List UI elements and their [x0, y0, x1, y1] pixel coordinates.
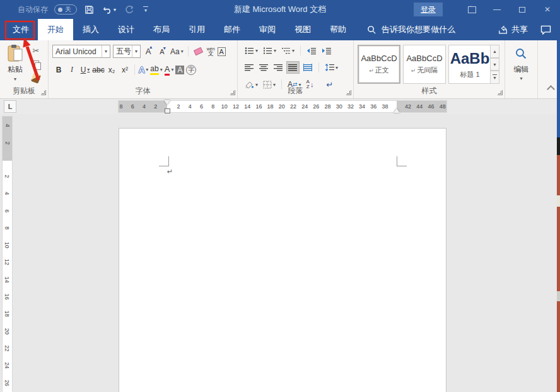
tab-review[interactable]: 审阅 [250, 19, 285, 40]
justify-button[interactable] [286, 61, 300, 74]
decrease-indent-icon [306, 47, 317, 55]
sign-in-button[interactable]: 登录 [414, 3, 443, 16]
editing-dropdown-arrow[interactable]: ▾ [505, 76, 537, 81]
paste-icon [6, 44, 24, 63]
font-name-combo[interactable]: Arial Unicod ▾ [52, 45, 110, 58]
right-indent-marker[interactable] [394, 108, 400, 113]
ribbon-display-options-button[interactable] [459, 0, 484, 19]
tab-view[interactable]: 视图 [285, 19, 320, 40]
bullets-button[interactable] [243, 44, 260, 57]
tab-help[interactable]: 帮助 [320, 19, 356, 40]
align-right-button[interactable] [272, 61, 285, 74]
autosave-toggle[interactable]: 关 [54, 4, 77, 14]
tab-file[interactable]: 文件 [4, 19, 38, 40]
font-name-value: Arial Unicod [55, 47, 102, 56]
minimize-button[interactable]: — [484, 0, 510, 19]
edge-strip-light1 [557, 195, 560, 207]
character-border-button[interactable]: A [217, 47, 226, 57]
group-paragraph: A⇄ AZ↓ ↵ 段落 [238, 40, 354, 98]
qat-more-icon [143, 6, 148, 7]
font-color-button[interactable]: A [164, 64, 175, 76]
styles-more-button[interactable]: ▼ [490, 71, 499, 84]
styles-gallery: AaBbCcD ↵正文 AaBbCcD ↵无间隔 AaBb 标题 1 [358, 45, 491, 84]
enclose-characters-button[interactable]: 字 [185, 64, 197, 76]
horizontal-ruler[interactable]: 8642 2468101214161820222426283032343638 … [119, 101, 446, 112]
save-button[interactable] [83, 4, 95, 16]
search-icon [367, 25, 376, 35]
grow-font-button[interactable]: A [142, 45, 155, 58]
clipboard-dialog-launcher[interactable] [41, 90, 46, 95]
change-case-button[interactable]: Aa [170, 47, 184, 57]
tab-design[interactable]: 设计 [108, 19, 144, 40]
first-line-indent-marker[interactable] [164, 100, 170, 105]
redo-icon [125, 5, 134, 14]
styles-scroll-up[interactable]: ▲ [490, 45, 499, 58]
align-left-button[interactable] [243, 61, 256, 74]
paste-dropdown-arrow[interactable]: ▾ [14, 76, 16, 82]
titlebar-controls: 登录 — ✕ [414, 0, 560, 19]
crop-mark-top-right-v [397, 156, 397, 166]
redo-button[interactable] [124, 4, 135, 15]
tab-mailings[interactable]: 邮件 [214, 19, 250, 40]
collapse-ribbon-button[interactable] [547, 85, 555, 93]
cut-button[interactable] [30, 45, 42, 55]
copy-button[interactable] [30, 59, 42, 69]
font-dialog-launcher[interactable] [230, 90, 235, 95]
style-normal[interactable]: AaBbCcD ↵正文 [358, 45, 400, 84]
style-no-spacing[interactable]: AaBbCcD ↵无间隔 [403, 45, 446, 84]
bold-button[interactable]: B [52, 63, 65, 76]
undo-icon [103, 6, 113, 14]
tab-home[interactable]: 开始 [38, 19, 73, 40]
paragraph-dialog-launcher[interactable] [346, 90, 351, 95]
clear-formatting-button[interactable] [192, 45, 205, 58]
tab-stop-selector[interactable]: L [4, 100, 16, 113]
paste-button[interactable]: 粘贴 ▾ [4, 44, 26, 82]
share-button[interactable]: 共享 [498, 24, 528, 35]
close-button[interactable]: ✕ [535, 0, 560, 19]
numbering-button[interactable] [261, 44, 278, 57]
shrink-font-button[interactable]: A [156, 45, 168, 58]
align-center-button[interactable] [257, 61, 271, 74]
format-painter-button[interactable] [30, 73, 42, 83]
find-button[interactable] [511, 45, 530, 62]
subscript-button[interactable]: x₂ [105, 63, 118, 76]
left-indent-marker[interactable] [165, 108, 170, 113]
distribute-button[interactable] [301, 61, 315, 74]
group-editing: 编辑 ▾ [505, 40, 538, 98]
style-heading-1[interactable]: AaBb 标题 1 [448, 45, 491, 84]
undo-button[interactable] [102, 4, 117, 15]
tab-layout[interactable]: 布局 [144, 19, 179, 40]
minimize-icon: — [493, 5, 501, 14]
styles-scroll-down[interactable]: ▼ [490, 58, 499, 71]
superscript-button[interactable]: x² [119, 63, 131, 76]
italic-button[interactable]: I [66, 63, 78, 76]
font-name-dropdown[interactable]: ▾ [102, 45, 110, 57]
tell-me-search[interactable]: 告诉我你想要做什么 [367, 19, 455, 40]
comment-icon[interactable] [540, 25, 551, 35]
maximize-button[interactable] [510, 0, 535, 19]
tab-references[interactable]: 引用 [179, 19, 214, 40]
phonetic-guide-button[interactable]: wén文 [206, 46, 216, 57]
document-area: 42 246810121416182022242628 ↵ [0, 114, 560, 392]
customize-qat-button[interactable] [141, 6, 150, 13]
text-effects-button[interactable]: A [138, 64, 149, 76]
paste-label: 粘贴 [8, 64, 23, 75]
document-page[interactable]: ↵ [119, 128, 446, 392]
font-size-combo[interactable]: 五号 ▾ [113, 45, 141, 58]
increase-indent-button[interactable] [320, 44, 334, 57]
character-shading-button[interactable]: A [175, 65, 185, 75]
styles-dialog-launcher[interactable] [498, 90, 503, 95]
decrease-indent-button[interactable] [305, 44, 318, 57]
highlight-color-button[interactable]: ab [149, 64, 163, 76]
underline-button[interactable]: U [79, 63, 91, 76]
group-font: Arial Unicod ▾ 五号 ▾ A A Aa wén文 A B [49, 40, 238, 98]
paragraph-row-1 [243, 44, 334, 57]
multilevel-list-button[interactable] [279, 44, 296, 57]
autosave-state: 关 [65, 5, 71, 14]
divider [318, 62, 319, 72]
tab-insert[interactable]: 插入 [73, 19, 108, 40]
font-size-dropdown[interactable]: ▾ [132, 45, 140, 57]
line-spacing-button[interactable] [323, 61, 340, 74]
vertical-ruler[interactable]: 42 246810121416182022242628 [3, 117, 12, 392]
strikethrough-button[interactable]: abc [92, 63, 105, 76]
